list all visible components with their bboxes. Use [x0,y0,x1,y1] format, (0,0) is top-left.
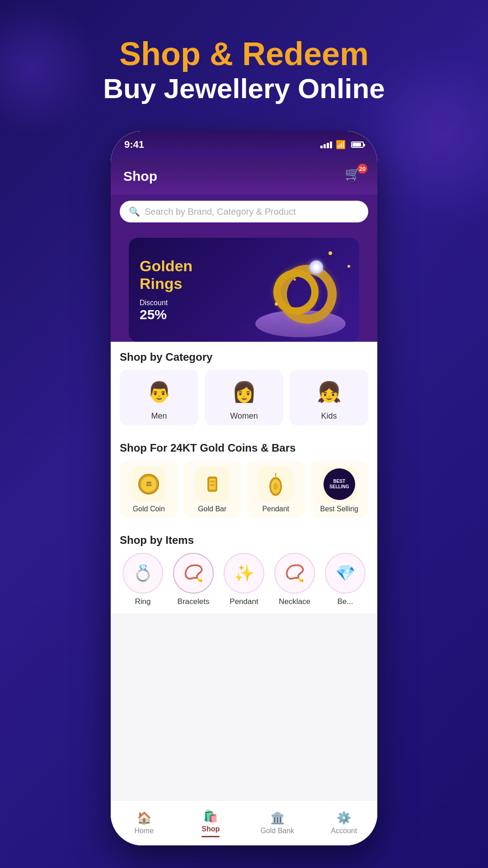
banner-discount-value: 25% [140,307,192,322]
search-input[interactable]: Search by Brand, Category & Product [145,207,296,217]
nav-account[interactable]: ⚙️ Account [311,811,378,835]
kids-avatar: 👧 [313,376,345,408]
pendant-item-icon: ✨ [224,553,264,594]
bottom-nav: 🏠 Home 🛍️ Shop 🏛️ Gold Bank ⚙️ Account [111,800,377,845]
category-label-men: Men [151,411,167,421]
active-underline [202,836,220,837]
pendant-icon [258,467,293,501]
gold-items-row: ⚖ Gold Coin [120,461,368,525]
gold-coin-icon: ⚖ [131,467,166,501]
gold-bank-icon: 🏛️ [270,811,285,825]
bracelets-icon: 📿 [173,553,214,594]
gold-bar-icon [195,467,230,501]
category-item-men[interactable]: 👨 Men [120,370,198,425]
home-icon: 🏠 [137,811,151,825]
app-title: Shop [123,169,157,184]
pendant-label: Pendant [262,505,289,513]
nav-home[interactable]: 🏠 Home [111,811,178,835]
hero-title-gold: Shop & Redeem [0,36,488,72]
best-selling-label: Best Selling [320,505,359,513]
more-label: Be... [338,597,353,606]
svg-text:⚖: ⚖ [146,480,152,487]
scroll-area: Golden Rings Discount 25% [111,231,377,845]
app-header: Shop 🛒 20 [111,158,377,194]
category-section-title: Shop by Category [120,342,368,370]
status-bar: 9:41 📶 [111,131,377,158]
more-icon: 💎 [325,553,366,594]
best-selling-icon: BESTSELLING [322,467,357,501]
shop-icon: 🛍️ [203,809,218,823]
women-avatar: 👩 [228,376,260,408]
banner-title-line1: Golden [140,257,192,275]
necklace-icon: 📿 [274,553,315,594]
item-more[interactable]: 💎 Be... [322,553,368,606]
pendant-item-label: Pendant [230,597,258,606]
item-ring[interactable]: 💍 Ring [120,553,166,606]
nav-shop[interactable]: 🛍️ Shop [178,809,244,837]
gold-bank-label: Gold Bank [260,827,294,835]
banner-discount-label: Discount [140,299,168,307]
account-label: Account [331,827,357,835]
time-display: 9:41 [124,139,144,151]
category-item-kids[interactable]: 👧 Kids [290,370,368,425]
battery-icon [351,142,364,148]
gold-section-title: Shop For 24KT Gold Coins & Bars [120,433,368,461]
gold-coin-item[interactable]: ⚖ Gold Coin [120,461,178,518]
necklace-label: Necklace [279,597,310,606]
home-label: Home [134,827,154,835]
search-input-wrap[interactable]: 🔍 Search by Brand, Category & Product [120,201,368,222]
category-item-women[interactable]: 👩 Women [205,370,283,425]
banner-title-line2: Rings [140,275,192,292]
ring-icon: 💍 [122,553,163,594]
items-section-title: Shop by Items [120,525,368,553]
svg-point-10 [273,483,278,490]
item-bracelets[interactable]: 📿 Bracelets [170,553,216,606]
banner-text: Golden Rings Discount 25% [129,248,203,331]
gold-bar-label: Gold Bar [198,505,226,513]
hero-title-white: Buy Jewellery Online [0,72,488,105]
search-icon: 🔍 [129,206,140,217]
signal-icon [320,142,332,148]
search-section: 🔍 Search by Brand, Category & Product [111,194,377,231]
items-row: 💍 Ring 📿 Bracelets ✨ Pendant 📿 Necklace [120,553,368,613]
best-selling-item[interactable]: BESTSELLING Best Selling [310,461,369,518]
men-avatar: 👨 [143,376,175,408]
pendant-item[interactable]: Pendant [247,461,305,518]
nav-gold-bank[interactable]: 🏛️ Gold Bank [244,811,311,835]
status-icons: 📶 [320,140,364,150]
promo-banner[interactable]: Golden Rings Discount 25% [129,238,359,342]
category-label-kids: Kids [321,411,337,421]
item-pendant[interactable]: ✨ Pendant [221,553,267,606]
wifi-icon: 📶 [336,140,346,150]
gold-bar-item[interactable]: Gold Bar [183,461,242,518]
bracelets-label: Bracelets [178,597,210,606]
item-necklace[interactable]: 📿 Necklace [272,553,318,606]
cart-button[interactable]: 🛒 20 [345,166,365,186]
category-label-women: Women [230,411,258,421]
cart-badge: 20 [357,164,367,174]
account-icon: ⚙️ [337,811,351,825]
phone-frame: 9:41 📶 Shop 🛒 20 [111,131,377,845]
ring-label: Ring [135,597,151,606]
hero-section: Shop & Redeem Buy Jewellery Online [0,0,488,124]
gold-coin-label: Gold Coin [133,505,165,513]
svg-rect-6 [210,484,215,486]
category-row: 👨 Men 👩 Women 👧 Kids [120,370,368,433]
shop-label: Shop [202,825,220,833]
svg-rect-5 [210,481,215,482]
